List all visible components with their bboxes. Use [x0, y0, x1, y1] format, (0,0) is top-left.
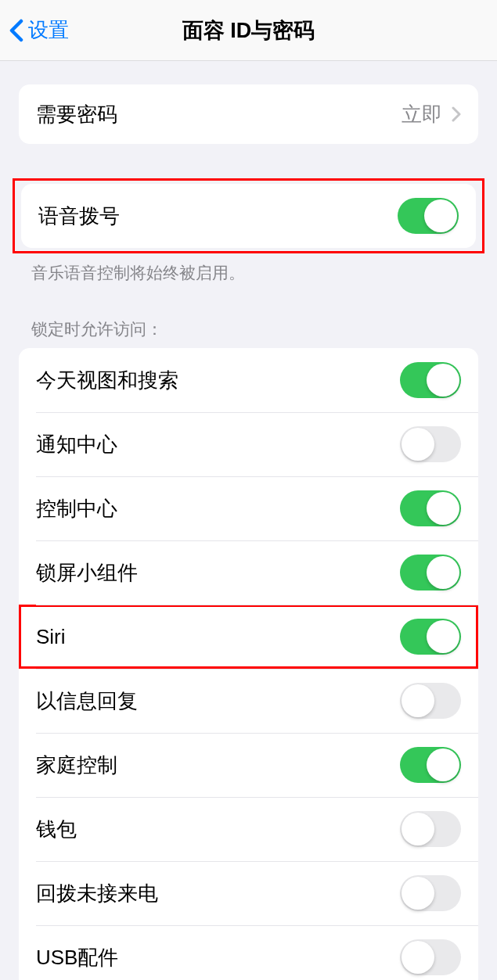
require-passcode-value: 立即: [402, 101, 461, 128]
lock-access-group: 今天视图和搜索 通知中心 控制中心 锁屏小组件 Siri 以信息回复 家庭控制: [19, 348, 478, 980]
reply-message-label: 以信息回复: [36, 687, 138, 715]
voice-dial-label: 语音拨号: [38, 203, 120, 230]
control-center-toggle[interactable]: [400, 490, 461, 526]
siri-toggle[interactable]: [400, 619, 461, 655]
voice-dial-footer: 音乐语音控制将始终被启用。: [0, 253, 497, 284]
page-title: 面容 ID与密码: [182, 16, 315, 45]
return-call-toggle[interactable]: [400, 875, 461, 911]
usb-accessories-label: USB配件: [36, 944, 118, 971]
today-view-toggle[interactable]: [400, 362, 461, 398]
home-control-label: 家庭控制: [36, 752, 117, 779]
wallet-toggle[interactable]: [400, 811, 461, 847]
notification-center-toggle[interactable]: [400, 426, 461, 462]
today-view-row: 今天视图和搜索: [19, 348, 478, 412]
wallet-label: 钱包: [36, 816, 77, 843]
voice-dial-toggle[interactable]: [398, 198, 459, 234]
control-center-label: 控制中心: [36, 495, 117, 522]
voice-dial-row: 语音拨号: [21, 184, 476, 248]
lock-widgets-toggle[interactable]: [400, 555, 461, 591]
nav-bar: 设置 面容 ID与密码: [0, 0, 497, 61]
siri-label: Siri: [36, 625, 66, 649]
lock-widgets-row: 锁屏小组件: [19, 540, 478, 605]
back-label: 设置: [28, 16, 69, 44]
return-call-row: 回拨未接来电: [19, 861, 478, 925]
voice-dial-group: 语音拨号: [21, 184, 476, 248]
notification-center-row: 通知中心: [19, 412, 478, 476]
home-control-toggle[interactable]: [400, 747, 461, 783]
back-chevron-icon: [9, 19, 23, 42]
control-center-row: 控制中心: [19, 476, 478, 540]
notification-center-label: 通知中心: [36, 431, 117, 458]
require-passcode-group: 需要密码 立即: [19, 84, 478, 144]
siri-row: Siri: [19, 605, 478, 669]
today-view-label: 今天视图和搜索: [36, 367, 178, 394]
require-passcode-row[interactable]: 需要密码 立即: [19, 84, 478, 144]
reply-message-row: 以信息回复: [19, 669, 478, 733]
chevron-right-icon: [452, 106, 461, 122]
usb-accessories-toggle[interactable]: [400, 939, 461, 975]
usb-accessories-row: USB配件: [19, 925, 478, 980]
wallet-row: 钱包: [19, 797, 478, 861]
reply-message-toggle[interactable]: [400, 683, 461, 719]
home-control-row: 家庭控制: [19, 733, 478, 797]
require-passcode-label: 需要密码: [36, 101, 117, 128]
back-button[interactable]: 设置: [9, 16, 69, 44]
voice-dial-highlight: 语音拨号: [13, 178, 484, 253]
lock-widgets-label: 锁屏小组件: [36, 559, 138, 587]
lock-access-header: 锁定时允许访问：: [0, 318, 497, 348]
return-call-label: 回拨未接来电: [36, 880, 158, 907]
